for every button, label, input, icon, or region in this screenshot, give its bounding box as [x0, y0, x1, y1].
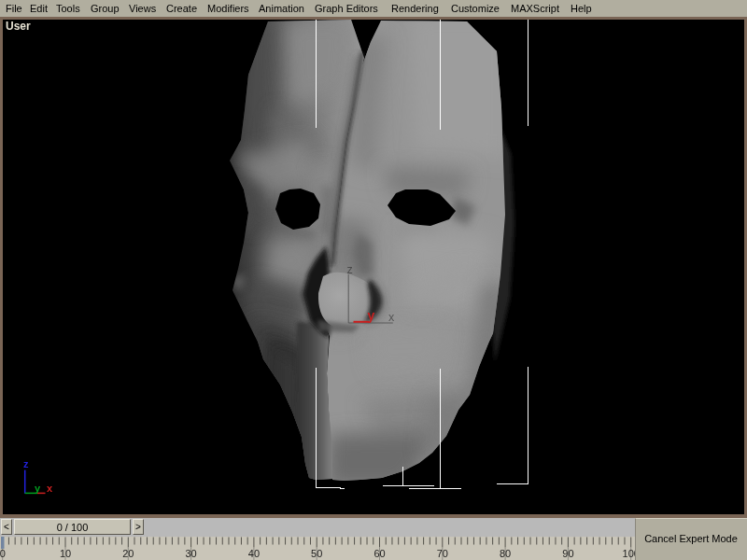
svg-text:60: 60 — [374, 548, 385, 559]
svg-text:70: 70 — [437, 548, 448, 559]
svg-text:50: 50 — [311, 548, 322, 559]
svg-text:80: 80 — [500, 548, 511, 559]
svg-text:y: y — [35, 483, 41, 494]
svg-text:40: 40 — [248, 548, 260, 559]
svg-text:y: y — [368, 308, 375, 323]
svg-text:20: 20 — [122, 548, 134, 559]
svg-text:100: 100 — [623, 548, 635, 559]
svg-text:10: 10 — [60, 548, 71, 559]
svg-text:90: 90 — [562, 548, 573, 559]
svg-text:x: x — [47, 483, 53, 494]
svg-text:User: User — [6, 20, 31, 33]
svg-text:x: x — [388, 311, 395, 324]
svg-text:z: z — [347, 263, 353, 276]
svg-text:z: z — [23, 458, 29, 469]
svg-text:0: 0 — [0, 548, 6, 559]
svg-text:30: 30 — [185, 548, 196, 559]
